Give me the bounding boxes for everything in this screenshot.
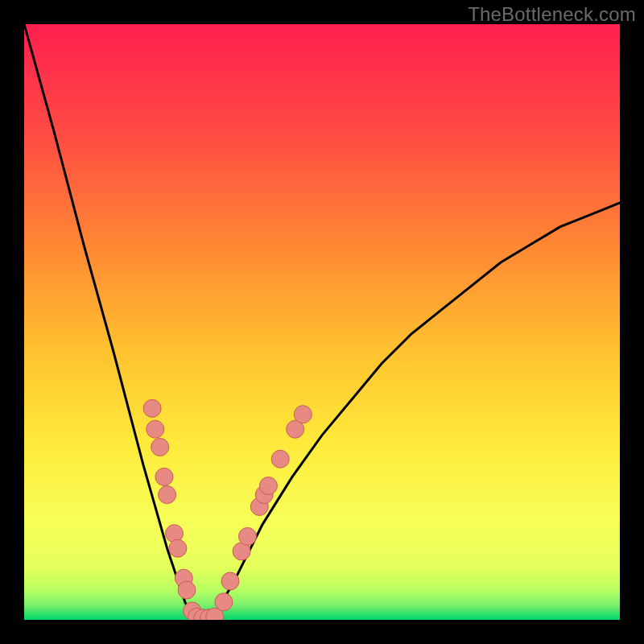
data-point xyxy=(239,527,257,545)
data-point xyxy=(151,438,169,456)
data-point xyxy=(147,420,164,438)
chart-svg xyxy=(24,24,620,620)
data-point xyxy=(215,593,233,611)
watermark-text: TheBottleneck.com xyxy=(468,3,636,26)
data-point xyxy=(294,406,312,423)
bottleneck-curve xyxy=(24,24,620,620)
data-point xyxy=(155,468,173,485)
data-point xyxy=(259,477,277,495)
data-point xyxy=(221,572,239,590)
data-point xyxy=(271,450,289,468)
chart-frame: TheBottleneck.com xyxy=(0,0,644,644)
data-points xyxy=(143,399,312,620)
data-point xyxy=(159,486,176,504)
plot-area xyxy=(24,24,620,620)
data-point xyxy=(169,539,187,557)
data-point xyxy=(143,399,161,417)
data-point xyxy=(178,581,196,599)
